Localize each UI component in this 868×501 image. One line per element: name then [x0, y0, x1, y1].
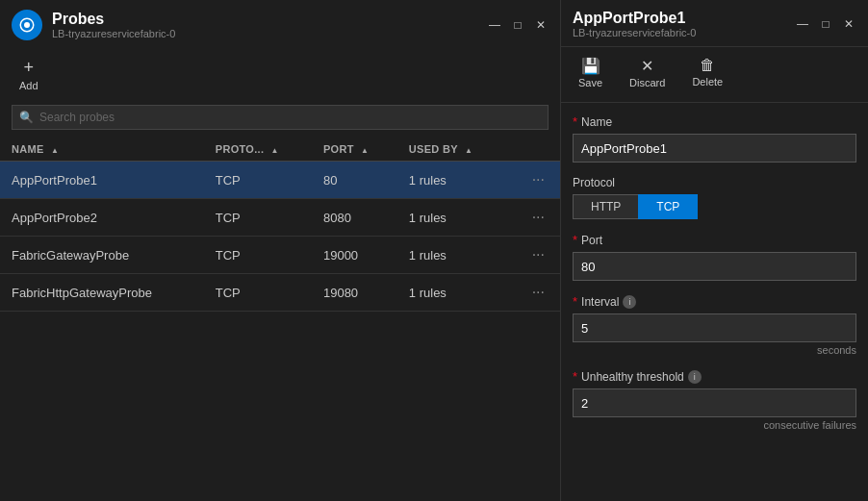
right-panel-subtitle: LB-tryazureservicefabric-0	[573, 27, 696, 38]
name-required-star: *	[573, 114, 577, 129]
row-actions: ···	[505, 199, 560, 237]
unhealthy-suffix: consecutive failures	[573, 419, 856, 431]
right-panel-title: AppPortProbe1	[573, 10, 696, 27]
probe-icon	[12, 10, 42, 40]
save-label: Save	[578, 77, 602, 88]
sort-icon-name: ▲	[51, 146, 59, 155]
cell-usedby: 1 rules	[397, 162, 506, 199]
protocol-label: Protocol	[573, 176, 856, 189]
port-group: * Port	[573, 233, 856, 281]
left-panel-subtitle: LB-tryazureservicefabric-0	[52, 28, 175, 39]
row-actions: ···	[505, 274, 560, 312]
interval-suffix: seconds	[573, 344, 856, 356]
sort-icon-port: ▲	[361, 146, 369, 155]
http-button[interactable]: HTTP	[573, 194, 638, 219]
cell-usedby: 1 rules	[397, 199, 506, 237]
cell-name: AppPortProbe1	[0, 162, 204, 199]
maximize-button[interactable]: □	[510, 17, 525, 33]
cell-name: AppPortProbe2	[0, 199, 204, 237]
tcp-button[interactable]: TCP	[638, 194, 698, 219]
name-label: * Name	[573, 114, 856, 129]
cell-protocol: TCP	[204, 274, 312, 312]
title-text: Probes LB-tryazureservicefabric-0	[52, 11, 175, 39]
discard-icon: ✕	[641, 57, 653, 75]
add-label: Add	[19, 80, 38, 91]
name-input[interactable]	[573, 134, 856, 163]
unhealthy-group: * Unhealthy threshold i consecutive fail…	[573, 369, 856, 431]
save-icon: 💾	[581, 57, 600, 75]
delete-button[interactable]: 🗑 Delete	[686, 53, 728, 92]
table-row[interactable]: FabricHttpGatewayProbe TCP 19080 1 rules…	[0, 274, 560, 312]
interval-label: * Interval i	[573, 294, 856, 309]
interval-input[interactable]	[573, 313, 856, 342]
port-input[interactable]	[573, 252, 856, 281]
interval-required-star: *	[573, 294, 577, 309]
cell-port: 19000	[312, 237, 397, 274]
row-ellipsis-button[interactable]: ···	[528, 209, 549, 226]
port-required-star: *	[573, 233, 577, 247]
search-bar: 🔍	[12, 105, 549, 130]
row-ellipsis-button[interactable]: ···	[528, 284, 549, 301]
right-minimize-button[interactable]: —	[795, 16, 810, 32]
right-toolbar: 💾 Save ✕ Discard 🗑 Delete	[561, 47, 868, 103]
search-icon: 🔍	[19, 111, 34, 124]
discard-button[interactable]: ✕ Discard	[624, 53, 671, 92]
cell-name: FabricHttpGatewayProbe	[0, 274, 204, 312]
col-port: PORT ▲	[312, 138, 397, 162]
right-panel: AppPortProbe1 LB-tryazureservicefabric-0…	[561, 0, 868, 501]
sort-icon-usedby: ▲	[465, 146, 472, 155]
right-close-button[interactable]: ✕	[841, 16, 856, 32]
col-name: NAME ▲	[0, 138, 204, 162]
left-panel: Probes LB-tryazureservicefabric-0 — □ ✕ …	[0, 0, 561, 501]
table-row[interactable]: AppPortProbe2 TCP 8080 1 rules ···	[0, 199, 560, 237]
row-actions: ···	[505, 237, 560, 274]
add-button[interactable]: + Add	[12, 54, 46, 95]
cell-protocol: TCP	[204, 199, 312, 237]
cell-protocol: TCP	[204, 162, 312, 199]
left-panel-title: Probes	[52, 11, 175, 28]
table-row[interactable]: AppPortProbe1 TCP 80 1 rules ···	[0, 162, 560, 199]
cell-name: FabricGatewayProbe	[0, 237, 204, 274]
unhealthy-input[interactable]	[573, 388, 856, 417]
probes-table: NAME ▲ PROTO... ▲ PORT ▲ USED BY ▲	[0, 138, 560, 312]
cell-port: 80	[312, 162, 397, 199]
cell-port: 19080	[312, 274, 397, 312]
row-actions: ···	[505, 162, 560, 199]
left-title-bar-left: Probes LB-tryazureservicefabric-0	[12, 10, 175, 40]
interval-group: * Interval i seconds	[573, 294, 856, 356]
right-title-bar: AppPortProbe1 LB-tryazureservicefabric-0…	[561, 0, 868, 47]
table-header-row: NAME ▲ PROTO... ▲ PORT ▲ USED BY ▲	[0, 138, 560, 162]
port-label: * Port	[573, 233, 856, 247]
discard-label: Discard	[629, 77, 665, 88]
row-ellipsis-button[interactable]: ···	[528, 246, 549, 263]
save-button[interactable]: 💾 Save	[573, 53, 608, 92]
close-button[interactable]: ✕	[533, 17, 549, 33]
search-input[interactable]	[12, 105, 549, 130]
probes-tbody: AppPortProbe1 TCP 80 1 rules ··· AppPort…	[0, 162, 560, 312]
cell-port: 8080	[312, 199, 397, 237]
probes-table-container: NAME ▲ PROTO... ▲ PORT ▲ USED BY ▲	[0, 138, 560, 501]
name-group: * Name	[573, 114, 856, 163]
table-row[interactable]: FabricGatewayProbe TCP 19000 1 rules ···	[0, 237, 560, 274]
unhealthy-info-icon[interactable]: i	[688, 370, 702, 384]
right-window-controls: — □ ✕	[795, 16, 856, 32]
col-protocol: PROTO... ▲	[204, 138, 312, 162]
right-maximize-button[interactable]: □	[818, 16, 833, 32]
minimize-button[interactable]: —	[487, 17, 502, 33]
interval-info-icon[interactable]: i	[623, 295, 636, 309]
cell-usedby: 1 rules	[397, 237, 506, 274]
left-title-bar: Probes LB-tryazureservicefabric-0 — □ ✕	[0, 0, 560, 48]
protocol-group: Protocol HTTP TCP	[573, 176, 856, 219]
row-ellipsis-button[interactable]: ···	[528, 171, 549, 188]
unhealthy-required-star: *	[573, 369, 577, 384]
delete-icon: 🗑	[700, 57, 715, 74]
unhealthy-label: * Unhealthy threshold i	[573, 369, 856, 384]
sort-icon-protocol: ▲	[271, 146, 279, 155]
protocol-toggle: HTTP TCP	[573, 194, 856, 219]
cell-protocol: TCP	[204, 237, 312, 274]
delete-label: Delete	[692, 76, 723, 88]
svg-point-1	[24, 22, 30, 28]
cell-usedby: 1 rules	[397, 274, 506, 312]
col-usedby: USED BY ▲	[397, 138, 506, 162]
right-title-bar-left: AppPortProbe1 LB-tryazureservicefabric-0	[573, 10, 696, 38]
